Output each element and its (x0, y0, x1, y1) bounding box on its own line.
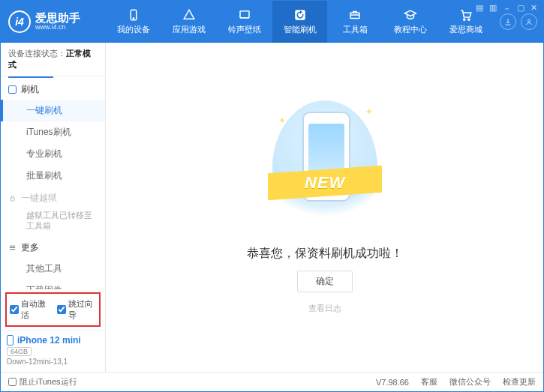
nav-tabs: 我的设备 应用游戏 铃声壁纸 智能刷机 工具箱 教程中心 (106, 1, 494, 43)
download-button[interactable] (500, 13, 516, 30)
conn-label: 设备连接状态： (8, 49, 66, 58)
update-link[interactable]: 检查更新 (503, 376, 536, 388)
sidebar-sec-title: 更多 (21, 241, 39, 254)
chk-label: 阻止iTunes运行 (20, 376, 77, 388)
version-label: V7.98.66 (376, 378, 409, 387)
sparkle-icon: ✦ (365, 106, 373, 117)
user-icon (524, 17, 533, 26)
chk-label: 跳过向导 (68, 298, 97, 321)
highlighted-checkbox-row: 自动激活 跳过向导 (5, 292, 101, 327)
download-icon (503, 17, 512, 26)
nav-ringtones[interactable]: 铃声壁纸 (217, 1, 272, 43)
svg-point-1 (133, 18, 134, 19)
view-log-link[interactable]: 查看日志 (247, 303, 403, 314)
window-min-icon[interactable]: － (500, 3, 513, 14)
wechat-link[interactable]: 微信公众号 (449, 376, 491, 388)
cart-icon (459, 8, 473, 22)
device-name-text: iPhone 12 mini (17, 335, 81, 346)
chk-block-itunes-input[interactable] (8, 378, 17, 386)
nav-label: 铃声壁纸 (228, 24, 261, 35)
sidebar-item-batch[interactable]: 批量刷机 (1, 165, 105, 187)
apps-icon (182, 8, 196, 22)
brand: i4 爱思助手 www.i4.cn (1, 1, 106, 43)
sidebar-item-download-firmware[interactable]: 下载固件 (1, 280, 105, 289)
nav-label: 工具箱 (343, 24, 368, 35)
sidebar-sec-title: 一键越狱 (21, 192, 57, 205)
window-max-icon[interactable]: ▢ (515, 3, 527, 14)
chk-block-itunes[interactable]: 阻止iTunes运行 (8, 376, 77, 388)
flash-icon (8, 85, 17, 94)
nav-toolbox[interactable]: 工具箱 (327, 1, 383, 43)
svg-rect-8 (11, 198, 15, 201)
device-name: iPhone 12 mini (7, 335, 99, 346)
sidebar-item-one-click[interactable]: 一键刷机 (1, 100, 105, 121)
sidebar-item-itunes[interactable]: iTunes刷机 (1, 121, 105, 143)
nav-apps-games[interactable]: 应用游戏 (161, 1, 217, 43)
nav-label: 应用游戏 (173, 24, 206, 35)
brand-logo-icon: i4 (8, 10, 31, 33)
svg-point-6 (468, 19, 470, 20)
svg-point-5 (464, 19, 465, 20)
status-bar: 阻止iTunes运行 V7.98.66 客服 微信公众号 检查更新 (1, 372, 543, 391)
nav-label: 爱思商城 (449, 24, 482, 35)
confirm-button[interactable]: 确定 (297, 271, 353, 292)
support-link[interactable]: 客服 (421, 376, 437, 388)
sidebar-sec-title: 刷机 (21, 83, 39, 96)
refresh-icon (293, 8, 307, 22)
sidebar-bottom: 自动激活 跳过向导 iPhone 12 mini 64GB Down-12min… (1, 289, 105, 372)
menu-icon (8, 244, 17, 252)
nav-store[interactable]: 爱思商城 (438, 1, 494, 43)
sidebar-sec-jailbreak: 一键越狱 (1, 187, 105, 208)
sidebar-item-other-tools[interactable]: 其他工具 (1, 258, 105, 280)
main-content: ✦ ✦ NEW 恭喜您，保资料刷机成功啦！ 确定 查看日志 (106, 43, 543, 372)
device-phone-icon (7, 335, 14, 346)
chk-label: 自动激活 (21, 298, 50, 321)
chk-auto-activate-input[interactable] (10, 305, 19, 314)
device-box[interactable]: iPhone 12 mini 64GB Down-12mini-13,1 (1, 330, 105, 372)
nav-label: 教程中心 (394, 24, 427, 35)
sidebar-sec-flash[interactable]: 刷机 (1, 78, 105, 100)
nav-tutorials[interactable]: 教程中心 (383, 1, 438, 43)
body: 设备连接状态：正常模式 刷机 一键刷机 iTunes刷机 专业刷机 批量刷机 一… (1, 43, 543, 372)
svg-point-7 (528, 19, 530, 22)
graduation-icon (404, 8, 417, 22)
jailbreak-note: 越狱工具已转移至工具箱 (26, 210, 98, 232)
phone-icon (127, 8, 140, 22)
account-button[interactable] (521, 13, 537, 30)
title-bar: ▤ ▥ － ▢ ✕ i4 爱思助手 www.i4.cn 我的设备 应用游戏 (1, 1, 543, 43)
app-window: ▤ ▥ － ▢ ✕ i4 爱思助手 www.i4.cn 我的设备 应用游戏 (0, 0, 544, 392)
chk-skip-guide-input[interactable] (57, 305, 66, 314)
nav-label: 我的设备 (117, 24, 150, 35)
svg-rect-2 (240, 11, 249, 18)
nav-smart-flash[interactable]: 智能刷机 (272, 1, 328, 43)
lock-icon (8, 194, 17, 202)
sparkle-icon: ✦ (278, 115, 286, 126)
connection-state: 设备连接状态：正常模式 (1, 43, 105, 76)
sidebar-item-pro[interactable]: 专业刷机 (1, 143, 105, 165)
device-storage: 64GB (7, 347, 32, 356)
ribbon-text: NEW (304, 173, 344, 193)
brand-url: www.i4.cn (35, 24, 80, 31)
wallpaper-icon (238, 8, 251, 22)
success-message: 恭喜您，保资料刷机成功啦！ (247, 246, 403, 262)
sidebar-sec-more[interactable]: 更多 (1, 236, 105, 258)
brand-title: 爱思助手 (35, 12, 80, 25)
nav-label: 智能刷机 (284, 24, 317, 35)
chk-auto-activate[interactable]: 自动激活 (10, 298, 50, 321)
nav-my-device[interactable]: 我的设备 (106, 1, 161, 43)
window-close-icon[interactable]: ✕ (528, 3, 539, 14)
sidebar: 设备连接状态：正常模式 刷机 一键刷机 iTunes刷机 专业刷机 批量刷机 一… (1, 43, 106, 372)
success-illustration: ✦ ✦ NEW (272, 100, 377, 235)
chk-skip-guide[interactable]: 跳过向导 (57, 298, 97, 321)
toolbox-icon (348, 8, 362, 22)
device-model: Down-12mini-13,1 (7, 358, 99, 366)
